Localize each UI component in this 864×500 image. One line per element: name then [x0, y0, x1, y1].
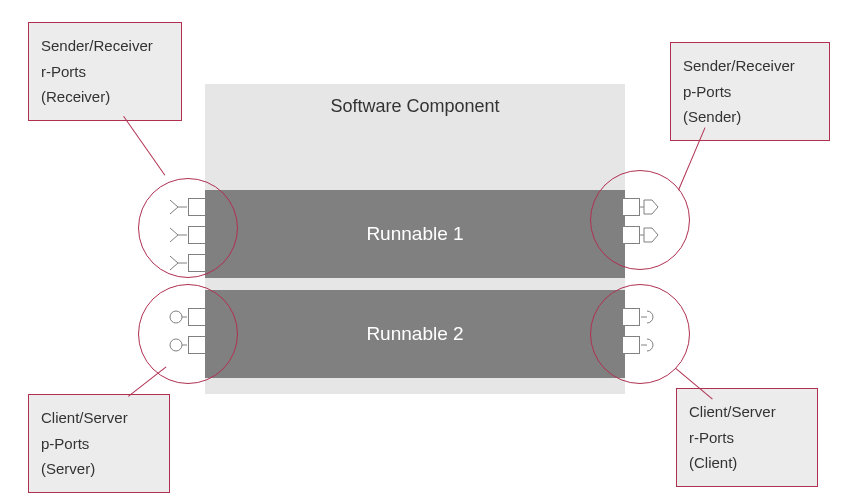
callout-line: p-Ports — [683, 79, 817, 105]
callout-line: Sender/Receiver — [41, 33, 169, 59]
component-title: Software Component — [205, 84, 625, 117]
callout-sender: Sender/Receiver p-Ports (Sender) — [670, 42, 830, 141]
callout-line: Sender/Receiver — [683, 53, 817, 79]
callout-line: r-Ports — [689, 425, 805, 451]
runnable-1: Runnable 1 — [205, 190, 625, 278]
highlight-ring-icon — [138, 284, 238, 384]
callout-client: Client/Server r-Ports (Client) — [676, 388, 818, 487]
callout-line: Client/Server — [41, 405, 157, 431]
highlight-ring-icon — [138, 178, 238, 278]
runnable-2: Runnable 2 — [205, 290, 625, 378]
callout-line: (Receiver) — [41, 84, 169, 110]
callout-line: r-Ports — [41, 59, 169, 85]
callout-line: (Sender) — [683, 104, 817, 130]
callout-line: (Client) — [689, 450, 805, 476]
connector-line-icon — [128, 366, 166, 396]
highlight-ring-icon — [590, 170, 690, 270]
callout-receiver: Sender/Receiver r-Ports (Receiver) — [28, 22, 182, 121]
connector-line-icon — [123, 116, 165, 176]
runnable-label: Runnable 2 — [366, 323, 463, 345]
callout-line: (Server) — [41, 456, 157, 482]
callout-server: Client/Server p-Ports (Server) — [28, 394, 170, 493]
runnable-label: Runnable 1 — [366, 223, 463, 245]
callout-line: p-Ports — [41, 431, 157, 457]
callout-line: Client/Server — [689, 399, 805, 425]
